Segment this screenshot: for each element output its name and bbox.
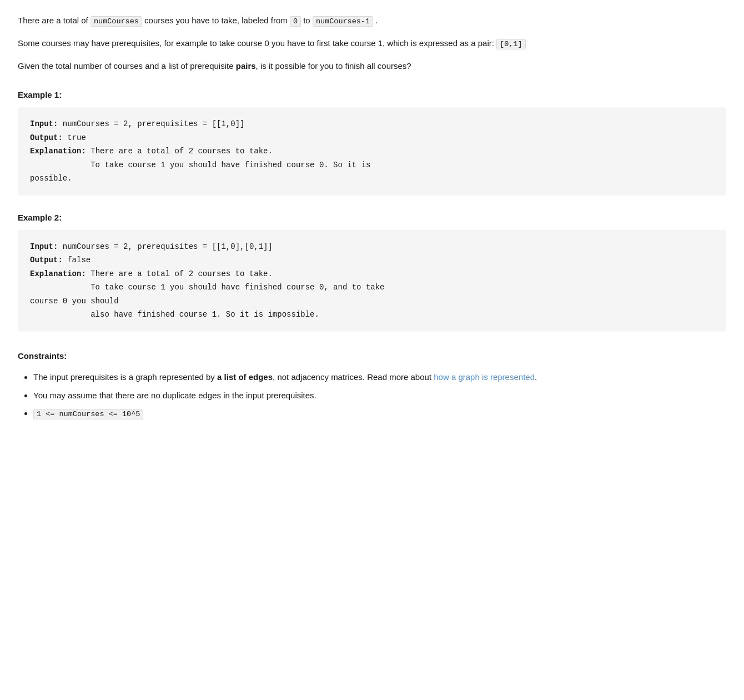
problem-description: There are a total of numCourses courses … [18, 13, 726, 421]
constraints-label: Constraints: [18, 349, 726, 363]
example-1-output-label: Output: [30, 133, 63, 142]
example-2-input-label: Input: [30, 242, 58, 251]
para-3: Given the total number of courses and a … [18, 59, 726, 73]
example-2-output-label: Output: [30, 256, 63, 264]
example-1-input-label: Input: [30, 119, 58, 128]
constraint-1-text-before: The input prerequisites is a graph repre… [33, 372, 217, 382]
constraints-list: The input prerequisites is a graph repre… [18, 371, 726, 421]
constraint-item-1: The input prerequisites is a graph repre… [33, 371, 726, 384]
example-1-section: Example 1: Input: numCourses = 2, prereq… [18, 88, 726, 196]
example-2-output-value: false [63, 256, 91, 264]
para3-bold-pairs: pairs [236, 61, 256, 71]
constraint-1-link[interactable]: how a graph is represented [434, 372, 535, 382]
para1-text-to: to [301, 16, 313, 25]
example-1-input-value: numCourses = 2, prerequisites = [[1,0]] [58, 119, 244, 128]
constraint-2-text: You may assume that there are no duplica… [33, 391, 316, 400]
constraint-1-text-after-link: . [535, 372, 537, 382]
example-1-output-value: true [63, 133, 86, 142]
para2-text: Some courses may have prerequisites, for… [18, 38, 496, 48]
example-1-explanation-label: Explanation: [30, 147, 86, 156]
example-2-code-block: Input: numCourses = 2, prerequisites = [… [18, 230, 726, 332]
para1-text-after: . [373, 16, 378, 25]
para1-code-numcourses-minus1: numCourses-1 [313, 16, 373, 27]
constraint-1-text-after-link-pre: , not adjacency matrices. Read more abou… [273, 372, 434, 382]
para2-code-pair: [0,1] [496, 39, 526, 49]
example-2-label: Example 2: [18, 211, 726, 224]
constraint-item-3: 1 <= numCourses <= 10^5 [33, 407, 726, 421]
para1-text-mid: courses you have to take, labeled from [142, 16, 290, 25]
example-1-label: Example 1: [18, 88, 726, 102]
constraint-1-bold: a list of edges [217, 372, 273, 382]
constraint-item-2: You may assume that there are no duplica… [33, 389, 726, 403]
para3-text-after: , is it possible for you to finish all c… [256, 61, 411, 71]
para-1: There are a total of numCourses courses … [18, 13, 726, 28]
example-1-code-block: Input: numCourses = 2, prerequisites = [… [18, 107, 726, 196]
para1-code-numcourses: numCourses [91, 16, 142, 27]
example-2-section: Example 2: Input: numCourses = 2, prereq… [18, 211, 726, 332]
constraints-section: Constraints: The input prerequisites is … [18, 349, 726, 421]
para3-text-before: Given the total number of courses and a … [18, 61, 236, 71]
para1-text-before: There are a total of [18, 16, 91, 25]
para-2: Some courses may have prerequisites, for… [18, 36, 726, 51]
para1-code-0: 0 [290, 16, 301, 27]
example-2-explanation-label: Explanation: [30, 269, 86, 278]
example-2-input-value: numCourses = 2, prerequisites = [[1,0],[… [58, 242, 272, 251]
constraint-3-code: 1 <= numCourses <= 10^5 [33, 409, 143, 419]
